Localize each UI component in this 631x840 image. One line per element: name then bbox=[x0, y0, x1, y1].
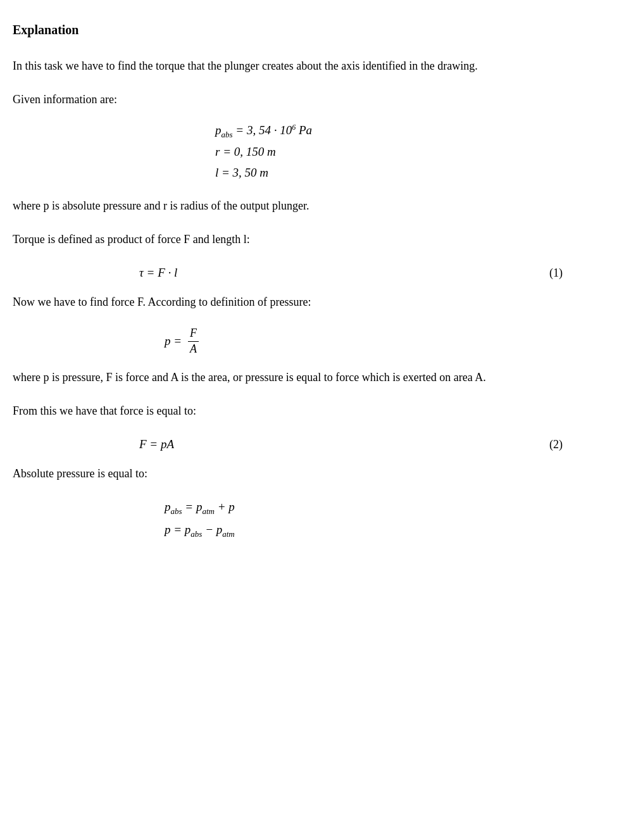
torque-eq-number: (1) bbox=[549, 265, 563, 282]
force-eq-number: (2) bbox=[549, 436, 563, 453]
f-over-a-fraction: F A bbox=[188, 327, 199, 356]
given-values-block: pabs = 3, 54 · 106 Pa r = 0, 150 m l = 3… bbox=[63, 122, 601, 185]
page-title: Explanation bbox=[13, 20, 601, 39]
torque-def-text: Torque is defined as product of force F … bbox=[13, 230, 601, 249]
intro-paragraph: In this task we have to find the torque … bbox=[13, 57, 601, 75]
abs-pressure-eq1: pabs = patm + p bbox=[165, 498, 235, 517]
given-value-r: r = 0, 150 m bbox=[215, 143, 276, 161]
p-equals: p = bbox=[165, 332, 182, 351]
given-value-l: l = 3, 50 m bbox=[215, 164, 268, 182]
force-formula-block: F = pA (2) bbox=[13, 436, 601, 454]
absolute-pressure-label: Absolute pressure is equal to: bbox=[13, 465, 601, 483]
from-this-text: From this we have that force is equal to… bbox=[13, 402, 601, 420]
given-value-pabs: pabs = 3, 54 · 106 Pa bbox=[215, 122, 312, 141]
where-pressure-text: where p is absolute pressure and r is ra… bbox=[13, 197, 601, 215]
where-force-text: where p is pressure, F is force and A is… bbox=[13, 368, 601, 387]
torque-formula: τ = F · l bbox=[139, 264, 177, 282]
force-formula: F = pA bbox=[139, 436, 174, 454]
abs-pressure-block: pabs = patm + p p = pabs − patm bbox=[13, 498, 601, 544]
pressure-formula-block: p = F A bbox=[13, 327, 601, 356]
torque-formula-block: τ = F · l (1) bbox=[13, 264, 601, 282]
given-label: Given information are: bbox=[13, 91, 601, 109]
find-force-text: Now we have to find force F. According t… bbox=[13, 293, 601, 311]
abs-pressure-eq2: p = pabs − patm bbox=[165, 521, 235, 540]
